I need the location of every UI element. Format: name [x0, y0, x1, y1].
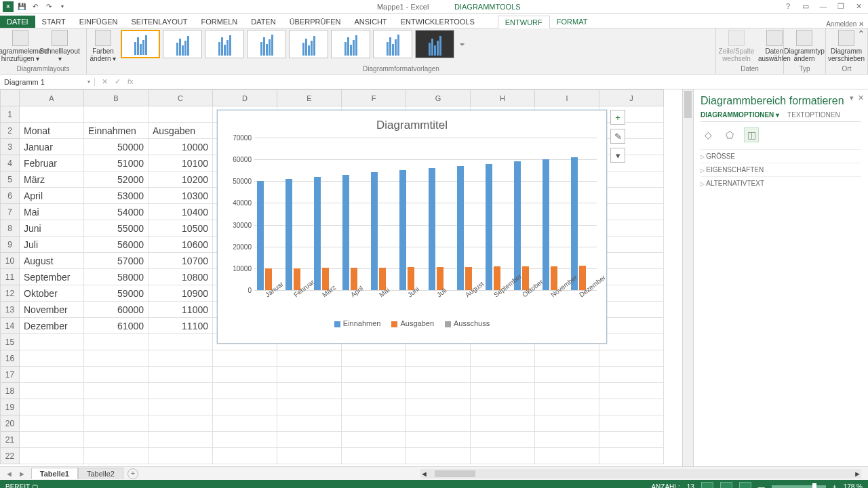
chart-elements-button[interactable]: +	[610, 110, 625, 125]
group-label-data: Daten	[719, 64, 781, 73]
group-label-type: Typ	[787, 64, 823, 73]
switch-rowcol-button: Zeile/Spalte wechseln	[719, 30, 754, 62]
sheet-nav-next-icon[interactable]: ►	[18, 470, 26, 478]
zoom-level[interactable]: 178 %	[844, 483, 863, 489]
format-pane: ▾ ✕ Diagrammbereich formatieren DIAGRAMM…	[693, 89, 868, 466]
pane-options-icon[interactable]: ▾	[850, 94, 854, 102]
tab-format[interactable]: FORMAT	[550, 16, 595, 28]
enter-fx-icon[interactable]: ✓	[115, 77, 121, 86]
x-axis-labels: JanuarFebruarMärzAprilMaiJuniJuliAugustS…	[254, 290, 597, 300]
chart-styles-gallery[interactable]: ⏷	[121, 30, 466, 58]
save-icon[interactable]: 💾	[16, 1, 27, 12]
status-count-value: 13	[687, 483, 694, 489]
pane-tab-chartoptions[interactable]: DIAGRAMMOPTIONEN ▾	[701, 111, 779, 119]
tab-view[interactable]: ANSICHT	[347, 16, 393, 28]
tab-insert[interactable]: EINFÜGEN	[73, 16, 125, 28]
redo-icon[interactable]: ↷	[43, 1, 54, 12]
chart-title[interactable]: Diagrammtitel	[227, 116, 597, 138]
fx-icon[interactable]: fx	[127, 77, 134, 86]
formula-bar: Diagramm 1▾ ✕ ✓ fx	[0, 75, 868, 89]
excel-icon: X	[3, 1, 14, 12]
ribbon-options-icon[interactable]: ▭	[799, 2, 812, 11]
vertical-scrollbar[interactable]	[682, 89, 693, 466]
sheet-nav-prev-icon[interactable]: ◄	[5, 470, 13, 478]
undo-icon[interactable]: ↶	[30, 1, 41, 12]
worksheet[interactable]: ABCDEFGHIJ12MonatEinnahmenAusgaben3Janua…	[0, 89, 682, 466]
title-bar: X 💾 ↶ ↷ ▾ Mappe1 - Excel DIAGRAMMTOOLS ?…	[0, 0, 868, 14]
effects-icon[interactable]: ⬠	[722, 127, 737, 142]
tab-review[interactable]: ÜBERPRÜFEN	[283, 16, 348, 28]
horizontal-scrollbar[interactable]: ◄►	[420, 469, 861, 479]
help-icon[interactable]: ?	[781, 2, 795, 11]
style-thumb-4[interactable]	[247, 30, 286, 58]
section-alttext[interactable]: ALTERNATIVTEXT	[701, 176, 861, 190]
sheet-tab-2[interactable]: Tabelle2	[78, 468, 123, 479]
style-thumb-3[interactable]	[205, 30, 244, 58]
view-normal-button[interactable]	[701, 482, 713, 488]
style-thumb-2[interactable]	[163, 30, 202, 58]
pane-close-icon[interactable]: ✕	[858, 94, 864, 102]
gallery-more-icon[interactable]: ⏷	[457, 41, 466, 48]
contextual-tools-label: DIAGRAMMTOOLS	[454, 3, 521, 11]
view-pagebreak-button[interactable]	[739, 482, 751, 488]
quick-layout-button[interactable]: Schnelllayout ▾	[42, 30, 77, 62]
chart-filters-button[interactable]: ▾	[610, 148, 625, 163]
chart-styles-button[interactable]: ✎	[610, 129, 625, 144]
chart-legend[interactable]: EinnahmenAusgabenAusschuss	[227, 300, 597, 327]
pane-tab-textoptions[interactable]: TEXTOPTIONEN	[787, 111, 840, 119]
quick-access-toolbar: X 💾 ↶ ↷ ▾	[0, 1, 68, 12]
style-thumb-1[interactable]	[121, 30, 160, 58]
size-properties-icon[interactable]: ◫	[744, 127, 759, 142]
status-ready: BEREIT	[5, 483, 30, 489]
group-label-layouts: Diagrammlayouts	[3, 64, 83, 73]
chart-object[interactable]: Diagrammtitel 01000020000300004000050000…	[217, 110, 607, 344]
section-size[interactable]: GRÖSSE	[701, 149, 861, 163]
group-label-location: Ort	[829, 64, 865, 73]
style-thumb-8[interactable]	[415, 30, 454, 58]
tab-design[interactable]: ENTWURF	[498, 16, 550, 28]
change-chart-type-button[interactable]: Diagrammtyp ändern	[787, 30, 822, 62]
signin-link[interactable]: Anmelden	[826, 20, 856, 28]
style-thumb-5[interactable]	[289, 30, 328, 58]
pane-title: Diagrammbereich formatieren	[701, 95, 861, 107]
ribbon-tabs: DATEI START EINFÜGEN SEITENLAYOUT FORMEL…	[0, 14, 868, 28]
add-chart-element-button[interactable]: Diagrammelement hinzufügen ▾	[3, 30, 38, 62]
close-icon[interactable]: ✕	[852, 2, 865, 11]
sheet-tab-1[interactable]: Tabelle1	[31, 468, 78, 479]
add-sheet-button[interactable]: +	[127, 468, 138, 479]
status-bar: BEREIT ▢ ANZAHL: 13 — + 178 %	[0, 480, 868, 488]
name-box[interactable]: Diagramm 1▾	[0, 78, 95, 86]
restore-icon[interactable]: ❐	[834, 2, 848, 11]
tab-developer[interactable]: ENTWICKLERTOOLS	[394, 16, 481, 28]
style-thumb-6[interactable]	[331, 30, 370, 58]
status-count-label: ANZAHL:	[651, 483, 679, 489]
tab-file[interactable]: DATEI	[0, 16, 35, 28]
ribbon: Diagrammelement hinzufügen ▾ Schnelllayo…	[0, 28, 868, 75]
view-pagelayout-button[interactable]	[720, 482, 732, 488]
tab-pagelayout[interactable]: SEITENLAYOUT	[124, 16, 194, 28]
sheet-tab-bar: ◄ ► Tabelle1 Tabelle2 + ◄►	[0, 466, 868, 480]
zoom-out-button[interactable]: —	[758, 483, 765, 489]
change-colors-button[interactable]: Farben ändern ▾	[90, 30, 117, 62]
macro-record-icon[interactable]: ▢	[32, 483, 38, 489]
window-close2-icon[interactable]: ✕	[859, 20, 864, 28]
cancel-fx-icon[interactable]: ✕	[102, 77, 108, 86]
zoom-slider[interactable]	[772, 485, 826, 488]
plot-area[interactable]: 010000200003000040000500006000070000	[254, 138, 597, 290]
style-thumb-7[interactable]	[373, 30, 412, 58]
minimize-icon[interactable]: —	[816, 2, 830, 11]
window-title: Mappe1 - Excel	[377, 3, 429, 11]
qat-dropdown-icon[interactable]: ▾	[57, 1, 68, 12]
zoom-in-button[interactable]: +	[833, 483, 837, 489]
tab-formulas[interactable]: FORMELN	[194, 16, 244, 28]
group-label-styles: Diagrammformatvorlagen	[90, 64, 713, 73]
tab-start[interactable]: START	[35, 16, 73, 28]
collapse-ribbon-icon[interactable]: ⌃	[857, 28, 865, 39]
tab-data[interactable]: DATEN	[244, 16, 282, 28]
section-properties[interactable]: EIGENSCHAFTEN	[701, 163, 861, 176]
fill-line-icon[interactable]: ◇	[701, 127, 715, 142]
